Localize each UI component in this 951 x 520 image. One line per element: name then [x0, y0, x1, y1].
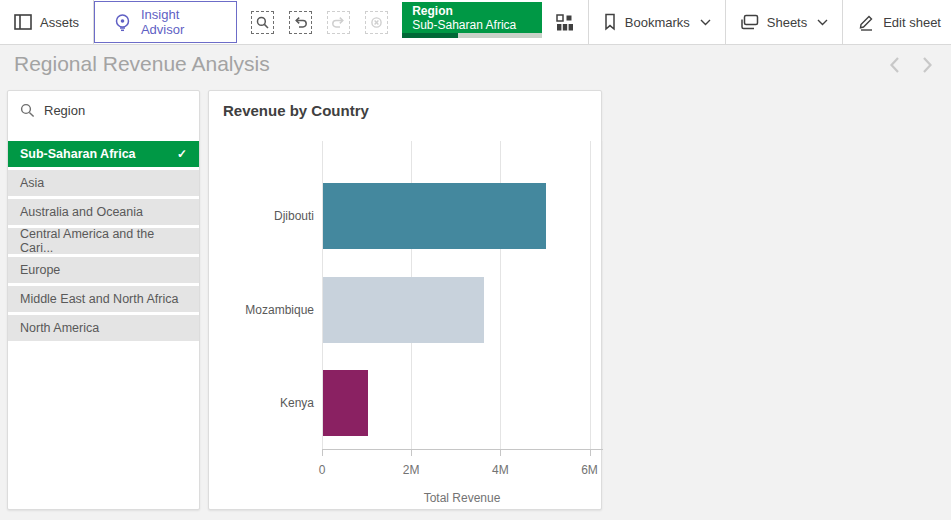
selection-chip-progress	[402, 33, 542, 38]
axis-tick	[411, 449, 412, 456]
sheet-title: Regional Revenue Analysis	[14, 52, 270, 76]
x-tick-label: 4M	[480, 463, 520, 477]
listbox-item-label: Central America and the Cari...	[20, 227, 187, 255]
app-window: Assets Insight Advisor	[0, 0, 951, 520]
listbox-item-label: Europe	[20, 263, 60, 277]
insight-advisor-button[interactable]: Insight Advisor	[94, 1, 237, 43]
x-axis-title: Total Revenue	[322, 491, 602, 505]
assets-button[interactable]: Assets	[0, 0, 93, 44]
listbox-item[interactable]: Middle East and North Africa	[8, 286, 199, 312]
listbox-item-label: North America	[20, 321, 99, 335]
insight-advisor-label: Insight Advisor	[141, 7, 218, 37]
selection-chip-value: Sub-Saharan Africa	[412, 18, 532, 32]
plot-right-border	[602, 141, 603, 449]
undo-selection-icon[interactable]	[289, 11, 312, 34]
bar-mozambique[interactable]	[323, 277, 484, 343]
listbox-item-label: Sub-Saharan Africa	[20, 147, 136, 161]
axis-tick	[500, 449, 501, 456]
category-label: Djibouti	[214, 183, 314, 249]
listbox-item[interactable]: Asia	[8, 170, 199, 196]
listbox-item-label: Asia	[20, 176, 44, 190]
chevron-down-icon	[817, 19, 828, 26]
edit-sheet-button[interactable]: Edit sheet	[843, 0, 951, 44]
x-tick-label: 0	[302, 463, 342, 477]
selected-check-icon: ✓	[177, 147, 187, 161]
axis-tick	[590, 449, 591, 456]
x-tick-label: 2M	[391, 463, 431, 477]
x-tick-label: 6M	[570, 463, 610, 477]
x-axis-line	[322, 449, 603, 450]
listbox-search[interactable]: Region	[8, 91, 199, 129]
bookmark-icon	[603, 13, 617, 31]
selection-tools	[237, 0, 402, 44]
selection-chip-region[interactable]: Region Sub-Saharan Africa	[402, 2, 542, 38]
sheets-button[interactable]: Sheets	[726, 0, 842, 44]
smart-search-icon[interactable]	[251, 11, 274, 34]
listbox-title: Region	[44, 103, 85, 118]
sheets-icon	[740, 14, 759, 30]
revenue-by-country-chart[interactable]: Revenue by Country 02M4M6MDjiboutiMozamb…	[208, 90, 602, 510]
axis-tick	[322, 449, 323, 456]
listbox-item[interactable]: Australia and Oceania	[8, 199, 199, 225]
sheet-header: Regional Revenue Analysis	[0, 46, 951, 85]
sheet-grid-button[interactable]	[542, 0, 588, 44]
grid-icon	[556, 14, 574, 31]
region-filter-panel: Region Sub-Saharan Africa✓AsiaAustralia …	[7, 90, 200, 510]
redo-selection-icon[interactable]	[327, 11, 350, 34]
listbox-rows: Sub-Saharan Africa✓AsiaAustralia and Oce…	[8, 141, 199, 344]
assets-label: Assets	[40, 15, 79, 30]
insight-advisor-bulb-icon	[113, 13, 132, 32]
bookmarks-button[interactable]: Bookmarks	[589, 0, 725, 44]
chevron-down-icon	[700, 19, 711, 26]
clear-selections-icon[interactable]	[365, 11, 388, 34]
listbox-item[interactable]: North America	[8, 315, 199, 341]
bar-djibouti[interactable]	[323, 183, 546, 249]
category-label: Mozambique	[214, 277, 314, 343]
assets-panel-icon	[14, 14, 32, 30]
bar-kenya[interactable]	[323, 370, 368, 436]
listbox-item[interactable]: Central America and the Cari...	[8, 228, 199, 254]
next-sheet-icon[interactable]	[922, 56, 933, 74]
category-label: Kenya	[214, 370, 314, 436]
edit-sheet-label: Edit sheet	[883, 15, 941, 30]
selection-chip-field: Region	[412, 5, 532, 18]
previous-sheet-icon[interactable]	[889, 56, 900, 74]
listbox-item-label: Australia and Oceania	[20, 205, 143, 219]
gridline	[590, 141, 591, 449]
sheets-label: Sheets	[767, 15, 807, 30]
pencil-icon	[857, 13, 875, 31]
toolbar: Assets Insight Advisor	[0, 0, 951, 45]
search-icon	[20, 103, 35, 118]
listbox-item[interactable]: Sub-Saharan Africa✓	[8, 141, 199, 167]
bookmarks-label: Bookmarks	[625, 15, 690, 30]
listbox-item[interactable]: Europe	[8, 257, 199, 283]
listbox-item-label: Middle East and North Africa	[20, 292, 178, 306]
chart-title: Revenue by Country	[223, 102, 369, 119]
